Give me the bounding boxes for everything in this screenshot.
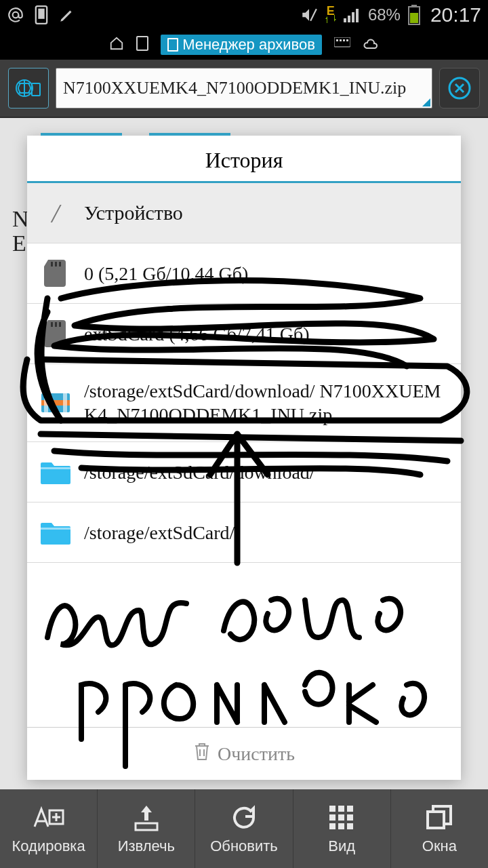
svg-rect-6 [352, 12, 354, 22]
nav-view[interactable]: Вид [293, 789, 391, 868]
svg-rect-4 [344, 18, 346, 22]
svg-rect-32 [41, 467, 70, 469]
mute-icon [300, 6, 318, 24]
active-app-chip[interactable]: Менеджер архивов [161, 35, 322, 55]
sd-card-icon [41, 258, 70, 288]
dropdown-corner-icon [422, 98, 430, 106]
nav-windows[interactable]: Окна [391, 789, 488, 868]
svg-line-3 [310, 9, 317, 20]
folder-icon [41, 457, 70, 487]
history-row[interactable]: /storage/extSdCard/download/ N7100XXUEMK… [27, 364, 461, 442]
svg-rect-14 [334, 37, 350, 47]
history-row[interactable]: extSdCard (4,66 Gб/7,41 Gб) [27, 304, 461, 364]
svg-rect-11 [137, 37, 148, 50]
history-row[interactable]: /storage/extSdCard/ [27, 502, 461, 563]
svg-rect-30 [44, 391, 48, 415]
svg-rect-27 [59, 322, 61, 327]
device-header-row: / Устройство [27, 183, 461, 243]
refresh-icon [230, 802, 258, 833]
svg-rect-44 [347, 823, 353, 829]
history-list: / Устройство 0 (5,21 Gб/10,44 Gб) extSdC… [27, 183, 461, 727]
svg-rect-24 [59, 262, 61, 267]
pencil-icon [58, 6, 76, 24]
svg-rect-41 [347, 814, 353, 821]
svg-rect-22 [51, 262, 53, 267]
folder-icon [41, 517, 70, 547]
device-switch-button[interactable] [8, 68, 49, 108]
battery-percent: 68% [368, 5, 401, 24]
nav-encoding[interactable]: Кодировка [0, 789, 98, 868]
address-field[interactable]: N7100XXUEMK4_N7100ODDEMK1_INU.zip [56, 68, 432, 108]
svg-rect-15 [336, 39, 338, 41]
svg-rect-45 [428, 812, 444, 828]
clock: 20:17 [430, 3, 481, 26]
phone-icon [34, 5, 49, 24]
archive-icon [41, 388, 70, 418]
nav-label: Обновить [210, 837, 278, 855]
nav-label: Окна [422, 837, 457, 855]
svg-rect-10 [410, 13, 418, 23]
svg-rect-40 [338, 814, 344, 821]
address-bar-area: N7100XXUEMK4_N7100ODDEMK1_INU.zip [0, 60, 488, 118]
network-type-icon: E [325, 7, 337, 24]
nav-refresh[interactable]: Обновить [195, 789, 293, 868]
svg-rect-36 [329, 806, 336, 812]
nav-label: Вид [328, 837, 355, 855]
history-row[interactable]: /storage/extSdCard/download/ [27, 442, 461, 502]
bottom-nav: Кодировка Извлечь Обновить Вид Окна [0, 789, 488, 868]
svg-rect-37 [338, 806, 344, 812]
nav-label: Кодировка [12, 837, 85, 855]
svg-rect-5 [348, 16, 350, 22]
home-icon[interactable] [109, 36, 124, 54]
svg-rect-38 [347, 806, 353, 812]
svg-rect-43 [338, 823, 344, 829]
svg-rect-25 [51, 322, 53, 327]
svg-rect-42 [329, 823, 336, 829]
windows-icon [425, 802, 453, 833]
svg-rect-26 [55, 322, 57, 327]
svg-rect-17 [343, 39, 345, 41]
keyboard-small-icon[interactable] [334, 37, 350, 53]
svg-point-0 [13, 12, 19, 18]
svg-rect-31 [63, 391, 67, 415]
recent-apps-bar: Менеджер архивов [0, 30, 488, 60]
tablet-icon[interactable] [136, 36, 148, 54]
svg-rect-23 [55, 262, 57, 267]
close-button[interactable] [439, 68, 480, 108]
svg-rect-18 [346, 39, 348, 41]
trash-icon [193, 741, 211, 766]
clear-button[interactable]: Очистить [27, 727, 461, 780]
svg-rect-7 [356, 9, 359, 22]
signal-icon [344, 7, 361, 22]
svg-rect-33 [41, 528, 70, 530]
status-bar: E 68% 20:17 [0, 0, 488, 30]
grid-icon [328, 802, 355, 833]
history-row[interactable]: 0 (5,21 Gб/10,44 Gб) [27, 243, 461, 304]
nav-label: Извлечь [118, 837, 175, 855]
sd-card-icon [41, 319, 70, 349]
cloud-small-icon[interactable] [363, 37, 379, 53]
svg-rect-13 [169, 39, 177, 50]
dialog-title: История [27, 136, 461, 183]
history-dialog: История / Устройство 0 (5,21 Gб/10,44 Gб… [27, 136, 461, 780]
svg-rect-2 [38, 9, 44, 19]
at-icon [7, 6, 24, 24]
extract-icon [131, 802, 161, 833]
encoding-icon [32, 802, 66, 833]
svg-rect-39 [329, 814, 336, 821]
svg-rect-35 [136, 823, 157, 830]
background-text: N E [12, 207, 29, 255]
svg-rect-16 [340, 39, 342, 41]
nav-extract[interactable]: Извлечь [98, 789, 195, 868]
slash-icon: / [41, 198, 70, 228]
battery-icon [407, 5, 421, 25]
